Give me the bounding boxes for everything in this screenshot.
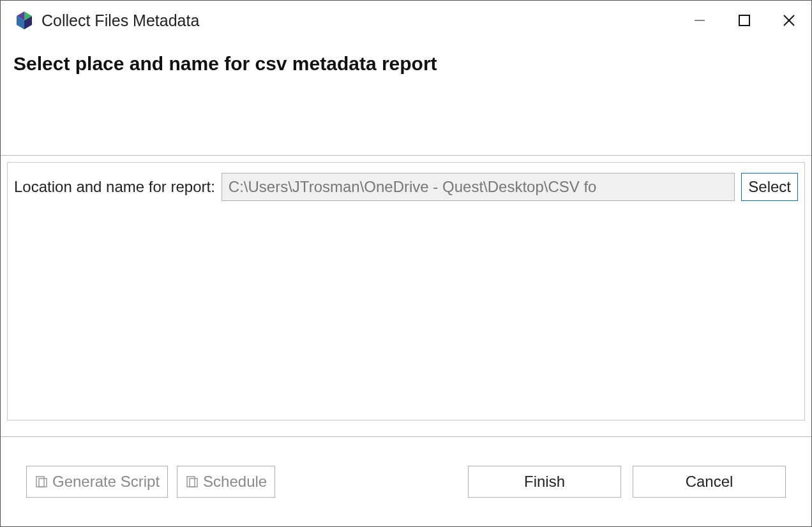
schedule-button[interactable]: Schedule [177, 466, 275, 498]
location-row: Location and name for report: C:\Users\J… [14, 173, 798, 201]
schedule-icon [185, 475, 199, 489]
minimize-icon [694, 15, 705, 26]
finish-button[interactable]: Finish [468, 466, 621, 498]
script-icon [34, 475, 49, 489]
footer: Generate Script Schedule Finish Cancel [1, 437, 811, 526]
app-icon [13, 10, 35, 31]
location-label: Location and name for report: [14, 178, 215, 196]
svg-rect-9 [39, 479, 47, 487]
schedule-label: Schedule [203, 473, 267, 491]
form-panel: Location and name for report: C:\Users\J… [7, 162, 805, 420]
select-button[interactable]: Select [741, 173, 798, 201]
footer-left: Generate Script Schedule [26, 466, 275, 498]
generate-script-label: Generate Script [52, 473, 160, 491]
report-path-input[interactable]: C:\Users\JTrosman\OneDrive - Quest\Deskt… [222, 173, 735, 201]
minimize-button[interactable] [677, 1, 722, 40]
maximize-icon [739, 15, 750, 26]
close-icon [783, 14, 795, 27]
titlebar: Collect Files Metadata [1, 1, 811, 40]
header-area: Select place and name for csv metadata r… [1, 40, 811, 155]
svg-rect-11 [190, 479, 197, 487]
close-button[interactable] [767, 1, 811, 40]
window-title: Collect Files Metadata [41, 11, 199, 30]
maximize-button[interactable] [722, 1, 767, 40]
window-controls [677, 1, 811, 40]
svg-rect-5 [739, 15, 749, 26]
cancel-button[interactable]: Cancel [633, 466, 786, 498]
generate-script-button[interactable]: Generate Script [26, 466, 168, 498]
content-area: Location and name for report: C:\Users\J… [1, 155, 811, 437]
footer-right: Finish Cancel [468, 466, 786, 498]
page-title: Select place and name for csv metadata r… [13, 53, 799, 75]
dialog-window: Collect Files Metadata Select place and [0, 0, 812, 527]
